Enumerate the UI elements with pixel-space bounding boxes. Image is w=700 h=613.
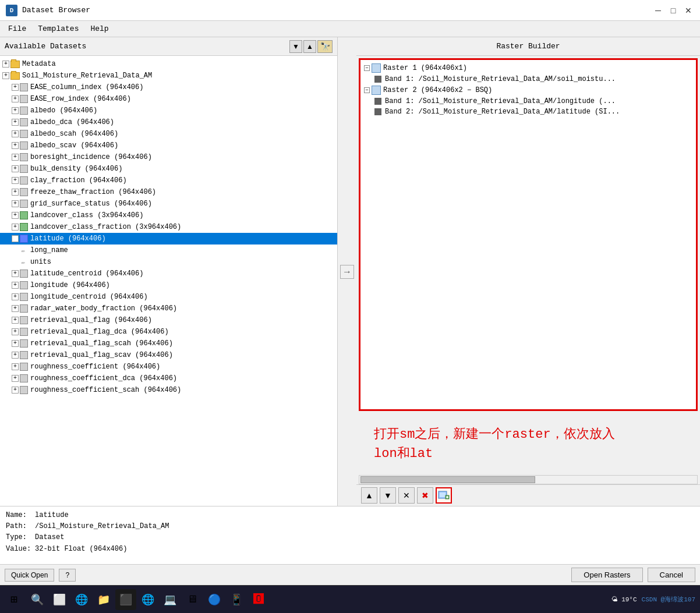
expand-icon[interactable]: +	[12, 165, 19, 172]
expand-icon[interactable]: +	[12, 270, 19, 277]
expand-icon[interactable]: −	[12, 235, 19, 242]
tree-item[interactable]: +roughness_coefficient_scah (964x406)	[0, 384, 337, 396]
tree-item[interactable]: +retrieval_qual_flag_scah (964x406)	[0, 338, 337, 349]
sort-down-button[interactable]: ▼	[289, 40, 302, 53]
tree-item[interactable]: ✏units	[0, 256, 337, 268]
tree-item-label: albedo (964x406)	[30, 107, 97, 115]
raster-scrollbar-thumb[interactable]	[360, 476, 535, 483]
tree-item-label: units	[30, 258, 51, 266]
expand-icon[interactable]: +	[12, 375, 19, 382]
taskbar-app1[interactable]: 🔵	[204, 589, 225, 610]
menu-templates[interactable]: Templates	[32, 23, 84, 35]
help-button[interactable]: ?	[59, 569, 76, 582]
raster-tree-item[interactable]: Band 1: /Soil_Moisture_Retrieval_Data_AM…	[360, 96, 696, 107]
taskbar-explorer[interactable]: 📁	[93, 589, 114, 610]
taskbar-search[interactable]: 🔍	[27, 589, 48, 610]
expand-icon[interactable]: +	[12, 352, 19, 359]
tree-item[interactable]: +radar_water_body_fraction (964x406)	[0, 303, 337, 314]
raster-expand-icon[interactable]: −	[364, 65, 370, 71]
tree-item[interactable]: +albedo_scah (964x406)	[0, 128, 337, 140]
maximize-button[interactable]: □	[667, 5, 679, 16]
expand-icon[interactable]: +	[12, 293, 19, 300]
raster-tree-item[interactable]: Band 2: /Soil_Moisture_Retrieval_Data_AM…	[360, 107, 696, 117]
add-to-raster-button[interactable]: →	[340, 265, 354, 279]
tree-item[interactable]: ✏long_name	[0, 245, 337, 256]
tree-item[interactable]: +roughness_coefficient_dca (964x406)	[0, 373, 337, 384]
raster-tree-item[interactable]: −Raster 2 (964x406x2 − BSQ)	[360, 84, 696, 96]
expand-icon[interactable]: +	[2, 72, 9, 79]
expand-icon[interactable]: +	[12, 130, 19, 137]
tree-item[interactable]: +retrieval_qual_flag (964x406)	[0, 314, 337, 326]
tree-item[interactable]: +albedo (964x406)	[0, 105, 337, 116]
start-button[interactable]: ⊞	[2, 588, 26, 611]
expand-icon[interactable]: +	[12, 340, 19, 347]
tree-item[interactable]: +landcover_class (3x964x406)	[0, 210, 337, 221]
tree-item[interactable]: +retrieval_qual_flag_scav (964x406)	[0, 349, 337, 361]
raster-expand-icon[interactable]: −	[364, 87, 370, 93]
expand-icon[interactable]: +	[12, 317, 19, 324]
tree-item[interactable]: +grid_surface_status (964x406)	[0, 198, 337, 210]
tree-item[interactable]: +freeze_thaw_fraction (964x406)	[0, 186, 337, 198]
open-rasters-button[interactable]: Open Rasters	[571, 568, 642, 582]
expand-icon[interactable]: +	[12, 200, 19, 207]
expand-icon[interactable]: +	[2, 61, 9, 68]
raster-tree-item[interactable]: Band 1: /Soil_Moisture_Retrieval_Data_AM…	[360, 74, 696, 84]
tree-item-label: Soil_Moisture_Retrieval_Data_AM	[22, 72, 152, 80]
menu-help[interactable]: Help	[84, 23, 114, 35]
taskbar-edge[interactable]: 🌐	[71, 589, 92, 610]
quick-open-button[interactable]: Quick Open	[5, 569, 54, 582]
tree-item[interactable]: +landcover_class_fraction (3x964x406)	[0, 221, 337, 233]
tree-item[interactable]: +EASE_column_index (964x406)	[0, 82, 337, 93]
expand-icon[interactable]: +	[12, 282, 19, 289]
clear-button[interactable]: ✖	[417, 487, 433, 504]
tree-item[interactable]: +roughness_coefficient (964x406)	[0, 361, 337, 373]
tree-item[interactable]: +boresight_incidence (964x406)	[0, 151, 337, 163]
tree-item[interactable]: −latitude (964x406)	[0, 233, 337, 245]
tree-item[interactable]: +longitude (964x406)	[0, 279, 337, 291]
taskbar-monitor[interactable]: 🖥	[182, 589, 203, 610]
tree-item[interactable]: +Metadata	[0, 58, 337, 70]
taskbar-app2[interactable]: 📱	[226, 589, 247, 610]
expand-icon[interactable]: +	[12, 189, 19, 196]
remove-button[interactable]: ✕	[398, 487, 415, 504]
expand-icon[interactable]: +	[12, 142, 19, 149]
tree-item[interactable]: +albedo_dca (964x406)	[0, 116, 337, 128]
minimize-button[interactable]: ─	[652, 5, 664, 16]
move-up-button[interactable]: ▲	[361, 487, 377, 504]
taskbar-pc[interactable]: 💻	[160, 589, 181, 610]
expand-icon[interactable]: +	[12, 84, 19, 91]
taskbar-browser[interactable]: 🌐	[137, 589, 158, 610]
expand-icon[interactable]: +	[12, 95, 19, 102]
tree-item[interactable]: +longitude_centroid (964x406)	[0, 291, 337, 303]
taskbar-cmd[interactable]: ⬛	[115, 589, 136, 610]
info-label: Name:	[6, 510, 31, 521]
raster-tree-item[interactable]: −Raster 1 (964x406x1)	[360, 62, 696, 74]
tree-item[interactable]: +bulk_density (964x406)	[0, 163, 337, 175]
expand-icon[interactable]: +	[12, 328, 19, 335]
tree-item[interactable]: +albedo_scav (964x406)	[0, 140, 337, 151]
tree-item[interactable]: +EASE_row_index (964x406)	[0, 93, 337, 105]
taskbar-task-view[interactable]: ⬜	[49, 589, 70, 610]
expand-icon[interactable]: +	[12, 154, 19, 161]
expand-icon[interactable]: +	[12, 387, 19, 394]
tree-item[interactable]: +Soil_Moisture_Retrieval_Data_AM	[0, 70, 337, 82]
sort-up-button[interactable]: ▲	[303, 40, 316, 53]
expand-icon[interactable]: +	[12, 212, 19, 219]
search-button[interactable]: 🔭	[317, 40, 333, 53]
tree-item[interactable]: +clay_fraction (964x406)	[0, 175, 337, 186]
expand-icon[interactable]: +	[12, 119, 19, 126]
expand-icon[interactable]: +	[12, 177, 19, 184]
add-raster-button[interactable]	[436, 487, 452, 504]
close-button[interactable]: ✕	[683, 5, 694, 16]
taskbar-app3[interactable]: 🅾	[248, 589, 269, 610]
tree-item[interactable]: +retrieval_qual_flag_dca (964x406)	[0, 326, 337, 338]
menu-file[interactable]: File	[2, 23, 32, 35]
expand-icon[interactable]: +	[12, 224, 19, 231]
tree-item[interactable]: +latitude_centroid (964x406)	[0, 268, 337, 279]
expand-icon[interactable]: +	[12, 363, 19, 370]
cancel-button[interactable]: Cancel	[648, 568, 695, 582]
expand-icon[interactable]: +	[12, 107, 19, 114]
raster-scrollbar[interactable]	[359, 475, 698, 484]
move-down-button[interactable]: ▼	[380, 487, 396, 504]
expand-icon[interactable]: +	[12, 305, 19, 312]
